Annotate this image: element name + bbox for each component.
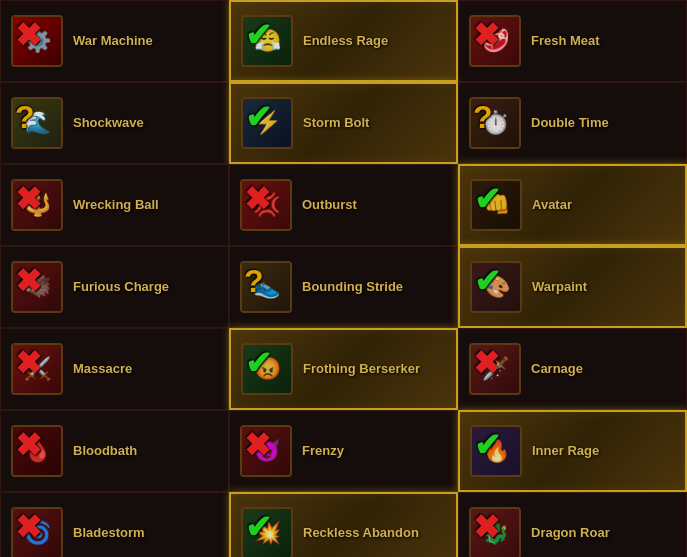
ability-cell-fresh-meat[interactable]: 🥩 ✖ Fresh Meat [458, 0, 687, 82]
ability-cell-massacre[interactable]: ⚔️ ✖ Massacre [0, 328, 229, 410]
status-overlay-wrecking-ball: ✖ [13, 181, 61, 229]
ability-cell-dragon-roar[interactable]: 🐉 ✖ Dragon Roar [458, 492, 687, 557]
ability-icon-warpaint: 🎨 ✔ [470, 261, 522, 313]
status-symbol-frothing-berserker: ✔ [245, 347, 272, 379]
status-overlay-endless-rage: ✔ [243, 17, 291, 65]
ability-icon-fresh-meat: 🥩 ✖ [469, 15, 521, 67]
status-overlay-shockwave: ? [13, 99, 61, 147]
ability-name-frothing-berserker: Frothing Berserker [303, 361, 420, 378]
ability-name-frenzy: Frenzy [302, 443, 344, 460]
ability-icon-avatar: 👊 ✔ [470, 179, 522, 231]
status-symbol-endless-rage: ✔ [245, 19, 272, 51]
status-symbol-bloodbath: ✖ [15, 429, 42, 461]
ability-name-massacre: Massacre [73, 361, 132, 378]
ability-icon-bounding-stride: 👟 ? [240, 261, 292, 313]
ability-cell-war-machine[interactable]: ⚙️ ✖ War Machine [0, 0, 229, 82]
ability-icon-dragon-roar: 🐉 ✖ [469, 507, 521, 557]
ability-name-carnage: Carnage [531, 361, 583, 378]
ability-cell-frothing-berserker[interactable]: 😡 ✔ Frothing Berserker [229, 328, 458, 410]
status-overlay-fresh-meat: ✖ [471, 17, 519, 65]
ability-name-war-machine: War Machine [73, 33, 153, 50]
status-symbol-outburst: ✖ [244, 183, 271, 215]
status-overlay-dragon-roar: ✖ [471, 509, 519, 557]
status-symbol-furious-charge: ✖ [15, 265, 42, 297]
ability-name-reckless-abandon: Reckless Abandon [303, 525, 419, 542]
ability-icon-reckless-abandon: 💥 ✔ [241, 507, 293, 557]
ability-name-warpaint: Warpaint [532, 279, 587, 296]
status-symbol-carnage: ✖ [473, 347, 500, 379]
status-overlay-storm-bolt: ✔ [243, 99, 291, 147]
ability-name-endless-rage: Endless Rage [303, 33, 388, 50]
ability-icon-storm-bolt: ⚡ ✔ [241, 97, 293, 149]
ability-cell-shockwave[interactable]: 🌊 ? Shockwave [0, 82, 229, 164]
ability-name-double-time: Double Time [531, 115, 609, 132]
status-symbol-warpaint: ✔ [474, 265, 501, 297]
ability-icon-bloodbath: 🩸 ✖ [11, 425, 63, 477]
status-overlay-carnage: ✖ [471, 345, 519, 393]
status-overlay-avatar: ✔ [472, 181, 520, 229]
ability-cell-endless-rage[interactable]: 😤 ✔ Endless Rage [229, 0, 458, 82]
status-overlay-bounding-stride: ? [242, 263, 290, 311]
status-symbol-reckless-abandon: ✔ [245, 511, 272, 543]
ability-cell-bounding-stride[interactable]: 👟 ? Bounding Stride [229, 246, 458, 328]
status-overlay-bloodbath: ✖ [13, 427, 61, 475]
ability-cell-bloodbath[interactable]: 🩸 ✖ Bloodbath [0, 410, 229, 492]
ability-cell-reckless-abandon[interactable]: 💥 ✔ Reckless Abandon [229, 492, 458, 557]
status-overlay-reckless-abandon: ✔ [243, 509, 291, 557]
status-symbol-wrecking-ball: ✖ [15, 183, 42, 215]
ability-name-bladestorm: Bladestorm [73, 525, 145, 542]
ability-icon-massacre: ⚔️ ✖ [11, 343, 63, 395]
ability-cell-storm-bolt[interactable]: ⚡ ✔ Storm Bolt [229, 82, 458, 164]
ability-name-avatar: Avatar [532, 197, 572, 214]
ability-cell-bladestorm[interactable]: 🌀 ✖ Bladestorm [0, 492, 229, 557]
ability-name-bounding-stride: Bounding Stride [302, 279, 403, 296]
ability-cell-outburst[interactable]: 💢 ✖ Outburst [229, 164, 458, 246]
ability-cell-furious-charge[interactable]: 🐗 ✖ Furious Charge [0, 246, 229, 328]
ability-name-outburst: Outburst [302, 197, 357, 214]
ability-cell-avatar[interactable]: 👊 ✔ Avatar [458, 164, 687, 246]
status-overlay-bladestorm: ✖ [13, 509, 61, 557]
ability-icon-inner-rage: 🔥 ✔ [470, 425, 522, 477]
status-overlay-warpaint: ✔ [472, 263, 520, 311]
ability-icon-furious-charge: 🐗 ✖ [11, 261, 63, 313]
status-symbol-shockwave: ? [15, 101, 35, 133]
ability-icon-carnage: 🗡️ ✖ [469, 343, 521, 395]
status-symbol-bladestorm: ✖ [15, 511, 42, 543]
ability-name-wrecking-ball: Wrecking Ball [73, 197, 159, 214]
ability-name-dragon-roar: Dragon Roar [531, 525, 610, 542]
ability-cell-frenzy[interactable]: 😈 ✖ Frenzy [229, 410, 458, 492]
ability-icon-frenzy: 😈 ✖ [240, 425, 292, 477]
status-symbol-avatar: ✔ [474, 183, 501, 215]
ability-icon-endless-rage: 😤 ✔ [241, 15, 293, 67]
ability-name-fresh-meat: Fresh Meat [531, 33, 600, 50]
status-symbol-fresh-meat: ✖ [473, 19, 500, 51]
ability-cell-carnage[interactable]: 🗡️ ✖ Carnage [458, 328, 687, 410]
status-overlay-inner-rage: ✔ [472, 427, 520, 475]
status-symbol-bounding-stride: ? [244, 265, 264, 297]
ability-name-furious-charge: Furious Charge [73, 279, 169, 296]
status-symbol-war-machine: ✖ [15, 19, 42, 51]
status-overlay-frenzy: ✖ [242, 427, 290, 475]
ability-cell-double-time[interactable]: ⏱️ ? Double Time [458, 82, 687, 164]
status-symbol-double-time: ? [473, 101, 493, 133]
status-overlay-double-time: ? [471, 99, 519, 147]
ability-icon-shockwave: 🌊 ? [11, 97, 63, 149]
ability-icon-wrecking-ball: 🔱 ✖ [11, 179, 63, 231]
status-overlay-furious-charge: ✖ [13, 263, 61, 311]
ability-cell-inner-rage[interactable]: 🔥 ✔ Inner Rage [458, 410, 687, 492]
abilities-grid: ⚙️ ✖ War Machine 😤 ✔ Endless Rage 🥩 ✖ [0, 0, 687, 557]
ability-name-shockwave: Shockwave [73, 115, 144, 132]
ability-cell-warpaint[interactable]: 🎨 ✔ Warpaint [458, 246, 687, 328]
ability-cell-wrecking-ball[interactable]: 🔱 ✖ Wrecking Ball [0, 164, 229, 246]
ability-icon-frothing-berserker: 😡 ✔ [241, 343, 293, 395]
status-symbol-frenzy: ✖ [244, 429, 271, 461]
status-symbol-dragon-roar: ✖ [473, 511, 500, 543]
status-overlay-frothing-berserker: ✔ [243, 345, 291, 393]
ability-icon-bladestorm: 🌀 ✖ [11, 507, 63, 557]
status-symbol-inner-rage: ✔ [474, 429, 501, 461]
status-overlay-outburst: ✖ [242, 181, 290, 229]
ability-icon-war-machine: ⚙️ ✖ [11, 15, 63, 67]
ability-icon-outburst: 💢 ✖ [240, 179, 292, 231]
status-overlay-war-machine: ✖ [13, 17, 61, 65]
status-symbol-massacre: ✖ [15, 347, 42, 379]
